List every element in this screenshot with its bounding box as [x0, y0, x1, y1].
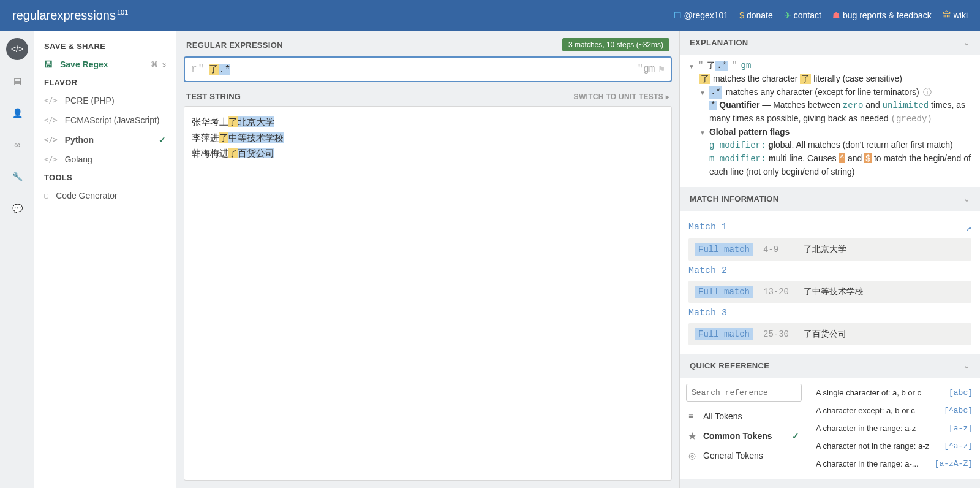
match-header: Match 1↗ — [688, 222, 971, 234]
save-label: Save Regex — [60, 59, 108, 69]
chevron-down-icon[interactable]: ⌄ — [963, 194, 970, 204]
check-icon: ✓ — [792, 431, 799, 441]
flavor-python[interactable]: </>Python✓ — [34, 130, 176, 150]
quickref-search-input[interactable] — [686, 384, 802, 402]
link-twitter[interactable]: ☐ @regex101 — [674, 10, 729, 20]
rail-settings-icon[interactable]: 🔧 — [6, 166, 28, 188]
top-header: regularexpressions101 ☐ @regex101 $ dona… — [0, 0, 980, 31]
toggle-icon[interactable]: ▼ — [699, 128, 706, 137]
export-icon[interactable]: ↗ — [966, 222, 971, 234]
rail-library-icon[interactable]: ▤ — [6, 70, 28, 92]
regex-suffix: " — [638, 64, 644, 75]
flavor-pcre[interactable]: </>PCRE (PHP) — [34, 91, 176, 110]
test-title: TEST STRING — [186, 92, 241, 101]
quickref-body: ≡All Tokens ★Common Tokens✓ ◎General Tok… — [680, 378, 980, 479]
link-donate[interactable]: $ donate — [739, 10, 773, 20]
regex-flags[interactable]: gm — [643, 64, 655, 75]
stack-icon: ≡ — [688, 411, 697, 421]
link-contact[interactable]: ✈ contact — [784, 10, 821, 20]
qr-cat-general[interactable]: ◎General Tokens — [686, 446, 802, 465]
test-line: 李萍进了中等技术学校 — [192, 130, 664, 146]
match-count-badge: 3 matches, 10 steps (~32ms) — [562, 38, 669, 51]
code-icon: </> — [44, 155, 58, 164]
rail-regex-icon[interactable]: </> — [6, 38, 28, 60]
toggle-icon[interactable]: ▼ — [699, 88, 706, 97]
code-icon: </> — [44, 116, 58, 124]
test-string-input[interactable]: 张华考上了北京大学 李萍进了中等技术学校 韩梅梅进了百货公司 — [184, 106, 672, 481]
match-header: Match 2 — [688, 265, 971, 276]
code-icon: </> — [44, 135, 58, 144]
save-shortcut: ⌘+s — [151, 60, 166, 69]
qr-item[interactable]: A character not in the range: a-z[^a-z] — [816, 437, 973, 455]
section-tools: TOOLS — [34, 169, 176, 186]
explanation-header[interactable]: EXPLANATION⌄ — [680, 31, 980, 55]
save-regex-button[interactable]: 🖫Save Regex ⌘+s — [34, 55, 176, 74]
regex-input[interactable]: r" 了.* " gm ⚑ — [184, 56, 672, 82]
match-row: Full match4-9了北京大学 — [688, 238, 971, 261]
qr-cat-common[interactable]: ★Common Tokens✓ — [686, 426, 802, 446]
link-bugs[interactable]: ☗ bug reports & feedback — [832, 10, 932, 20]
test-line: 张华考上了北京大学 — [192, 114, 664, 130]
section-save-share: SAVE & SHARE — [34, 38, 176, 55]
logo-sub: 101 — [117, 9, 128, 16]
switch-unit-tests[interactable]: SWITCH TO UNIT TESTS ▸ — [574, 93, 669, 101]
flag-icon[interactable]: ⚑ — [658, 63, 665, 75]
chevron-down-icon[interactable]: ⌄ — [963, 361, 970, 370]
logo-light: expressions — [50, 9, 116, 22]
center-panel: REGULAR EXPRESSION 3 matches, 10 steps (… — [176, 31, 680, 488]
link-wiki[interactable]: 🏛 wiki — [943, 10, 968, 20]
header-links: ☐ @regex101 $ donate ✈ contact ☗ bug rep… — [674, 10, 968, 20]
regex-pattern[interactable]: 了.* — [205, 63, 637, 76]
qr-item[interactable]: A character except: a, b or c[^abc] — [816, 402, 973, 419]
qr-item[interactable]: A character in the range: a-z[a-z] — [816, 419, 973, 437]
code-generator[interactable]: ▢Code Generator — [34, 186, 176, 205]
match-row: Full match25-30了百货公司 — [688, 323, 971, 345]
quickref-header[interactable]: QUICK REFERENCE⌄ — [680, 354, 980, 378]
doc-icon: ▢ — [44, 191, 48, 200]
explanation-body: ▼" 了.* " gm 了 matches the character 了 li… — [680, 55, 980, 187]
match-row: Full match13-20了中等技术学校 — [688, 281, 971, 303]
logo[interactable]: regularexpressions101 — [12, 9, 128, 23]
sidebar: SAVE & SHARE 🖫Save Regex ⌘+s FLAVOR </>P… — [34, 31, 176, 488]
flavor-ecmascript[interactable]: </>ECMAScript (JavaScript) — [34, 110, 176, 130]
rail-chat-icon[interactable]: 💬 — [6, 197, 28, 219]
rail-account-icon[interactable]: 👤 — [6, 102, 28, 124]
regex-title: REGULAR EXPRESSION — [186, 40, 283, 50]
chevron-down-icon[interactable]: ⌄ — [963, 38, 970, 47]
code-icon: </> — [44, 96, 58, 105]
toggle-icon[interactable]: ▼ — [688, 62, 695, 71]
qr-item[interactable]: A single character of: a, b or c[abc] — [816, 384, 973, 402]
save-icon: 🖫 — [44, 59, 53, 69]
section-flavor: FLAVOR — [34, 74, 176, 91]
rail-live-icon[interactable]: ∞ — [6, 134, 28, 156]
star-icon: ★ — [688, 431, 697, 441]
qr-item[interactable]: A character in the range: a-...[a-zA-Z] — [816, 455, 973, 473]
icon-rail: </> ▤ 👤 ∞ 🔧 💬 — [0, 31, 34, 488]
test-line: 韩梅梅进了百货公司 — [192, 145, 664, 161]
right-panel: EXPLANATION⌄ ▼" 了.* " gm 了 matches the c… — [680, 31, 980, 488]
matchinfo-header[interactable]: MATCH INFORMATION⌄ — [680, 187, 980, 211]
matchinfo-body: Match 1↗ Full match4-9了北京大学 Match 2 Full… — [680, 211, 980, 354]
circle-icon: ◎ — [688, 451, 697, 460]
check-icon: ✓ — [159, 135, 166, 145]
qr-cat-all[interactable]: ≡All Tokens — [686, 406, 802, 426]
logo-bold: regular — [12, 9, 50, 22]
match-header: Match 3 — [688, 308, 971, 318]
regex-prefix: r" — [191, 64, 205, 75]
flavor-golang[interactable]: </>Golang — [34, 150, 176, 169]
